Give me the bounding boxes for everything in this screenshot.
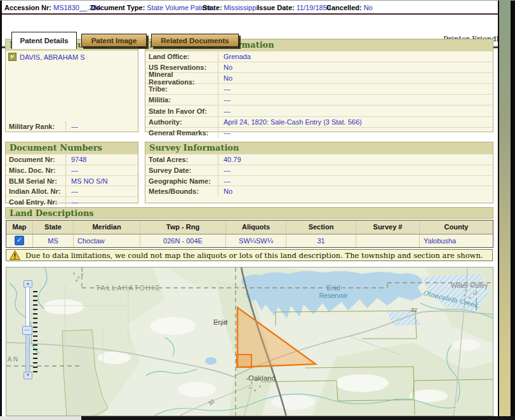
doctype-label: Document Type: [91, 4, 145, 11]
issuedate-label: Issue Date: [257, 4, 295, 11]
zoom-slider-handle[interactable] [22, 326, 32, 335]
col-state: State [33, 220, 74, 234]
authority-label: Authority: [145, 117, 218, 127]
cell-state: MS [33, 234, 74, 248]
tab-patent-details[interactable]: Patent Details [11, 32, 77, 49]
land-office-value: Grenada [218, 51, 252, 62]
metes-bounds-label: Metes/Bounds: [145, 186, 218, 196]
page-background-strip [499, 1, 511, 416]
tribe-label: Tribe: [145, 84, 218, 94]
warning-icon [10, 250, 20, 260]
metes-bounds-value: No [218, 186, 234, 196]
names-on-document-section: Names On Document P DAVIS, ABRAHAM S Mil… [5, 39, 138, 132]
survey-date-value: --- [218, 165, 232, 175]
doctype-value: State Volume Patent [147, 4, 210, 11]
state-in-favor-value: --- [218, 106, 232, 116]
land-descriptions-title: Land Descriptions [5, 207, 493, 219]
general-remarks-label: General Remarks: [145, 128, 218, 138]
cell-meridian: Choctaw [74, 234, 140, 248]
indian-allot-nr-label: Indian Allot. Nr: [6, 186, 66, 196]
cell-section: 31 [286, 234, 356, 248]
cancelled-label: Cancelled: [326, 4, 362, 11]
map-warning-banner: Due to data limitations, we could not ma… [6, 249, 493, 261]
tab-bar: Patent Details Patent Image Related Docu… [0, 15, 498, 34]
state-label: State: [203, 4, 222, 11]
misc-doc-nr-value: --- [66, 165, 79, 175]
cell-twp-rng: 026N - 004E [140, 234, 226, 248]
record-header: Accession Nr:MS1830__.284 Document Type:… [2, 2, 498, 13]
cell-county: Yalobusha [420, 234, 493, 248]
zoom-out-button[interactable]: ▼ [23, 372, 32, 379]
cancelled-field: Cancelled:No [326, 4, 373, 11]
survey-date-label: Survey Date: [145, 165, 218, 175]
survey-information-section: Survey Information Total Acres:40.79 Sur… [145, 142, 493, 203]
warning-text: Due to data limitations, we could not ma… [25, 251, 483, 260]
document-nr-value: 9748 [66, 154, 88, 165]
tribe-value: --- [218, 84, 232, 94]
col-meridian: Meridian [74, 220, 140, 234]
patentee-name-link[interactable]: DAVIS, ABRAHAM S [20, 53, 85, 61]
military-rank-row: Military Rank: --- [6, 121, 138, 132]
doctype-field: Document Type:State Volume Patent [91, 4, 211, 11]
issuedate-value: 11/19/1859 [297, 4, 331, 11]
coal-entry-nr-value: --- [66, 197, 79, 207]
blm-serial-nr-label: BLM Serial Nr: [6, 176, 66, 186]
state-in-favor-label: State In Favor Of: [145, 106, 218, 116]
military-rank-label: Military Rank: [6, 121, 66, 132]
cell-survey-number [356, 234, 420, 248]
glo-patent-details-window: Accession Nr:MS1830__.284 Document Type:… [0, 0, 515, 420]
militia-value: --- [218, 95, 232, 105]
window-bottom-edge [0, 416, 515, 420]
land-office-label: Land Office: [145, 51, 218, 62]
accession-label: Accession Nr: [4, 4, 51, 11]
issuedate-field: Issue Date:11/19/1859 [257, 4, 331, 11]
state-field: State:Mississippi [203, 4, 258, 11]
bottom-dark-strip [81, 416, 515, 420]
coal-entry-nr-label: Coal Entry. Nr: [6, 197, 66, 207]
accession-field: Accession Nr:MS1830__.284 [4, 4, 101, 11]
document-numbers-title: Document Numbers [6, 142, 138, 154]
us-reservations-value: No [218, 62, 234, 72]
authority-value: April 24, 1820: Sale-Cash Entry (3 Stat.… [218, 117, 363, 127]
table-header-row: Map State Meridian Twp - Rng Aliquots Se… [6, 220, 493, 234]
document-nr-label: Document Nr: [6, 154, 66, 165]
survey-information-title: Survey Information [145, 142, 493, 154]
patentee-entry[interactable]: P DAVIS, ABRAHAM S [6, 51, 138, 63]
col-map: Map [6, 220, 33, 234]
col-aliquots: Aliquots [226, 220, 286, 234]
mineral-reservations-value: No [218, 73, 234, 83]
cell-aliquots: SW¼SW¼ [226, 234, 286, 248]
military-rank-value: --- [66, 121, 79, 132]
land-descriptions-table: Map State Meridian Twp - Rng Aliquots Se… [6, 220, 493, 248]
blm-serial-nr-value: MS NO S/N [66, 176, 109, 186]
table-row: ✓ MS Choctaw 026N - 004E SW¼SW¼ 31 Yalob… [6, 234, 493, 248]
col-county: County [420, 220, 493, 234]
misc-doc-nr-label: Misc. Doc. Nr: [6, 165, 66, 175]
geographic-name-label: Geographic Name: [145, 176, 218, 186]
tab-related-documents[interactable]: Related Documents [151, 34, 239, 47]
document-numbers-section: Document Numbers Document Nr:9748 Misc. … [5, 142, 138, 203]
militia-label: Militia: [145, 95, 218, 105]
total-acres-value: 40.79 [218, 154, 243, 165]
tab-patent-image[interactable]: Patent Image [81, 34, 147, 47]
col-section: Section [286, 220, 356, 234]
township-map[interactable]: TALLAHATCHIE MAN Enid Enid Reservoir Wat… [6, 267, 493, 416]
patentee-badge-icon: P [8, 53, 17, 61]
map-checkbox[interactable]: ✓ [15, 236, 24, 245]
general-remarks-value: --- [218, 128, 232, 138]
indian-allot-nr-value: --- [66, 186, 79, 196]
miscellaneous-information-section: Miscellaneous Information Land Office:Gr… [145, 39, 493, 132]
window-left-edge [0, 1, 2, 416]
zoom-slider-ticks [33, 291, 37, 372]
total-acres-label: Total Acres: [145, 154, 218, 165]
cancelled-value: No [364, 4, 373, 11]
col-twp-rng: Twp - Rng [140, 220, 226, 234]
geographic-name-value: --- [218, 176, 232, 186]
col-survey-number: Survey # [356, 220, 420, 234]
map-canvas [6, 268, 493, 416]
state-value: Mississippi [224, 4, 258, 11]
